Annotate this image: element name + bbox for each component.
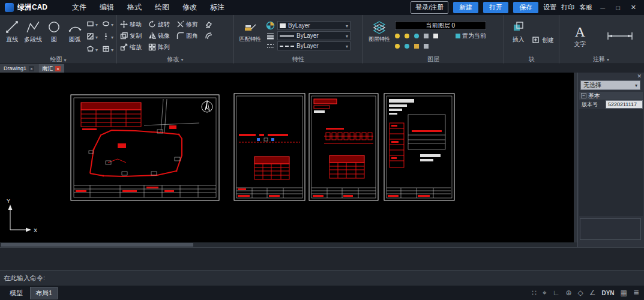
set-current-layer-button[interactable]: 置为当前 [456,32,486,40]
menu-annotate[interactable]: 标注 [203,2,231,13]
tool-rotate[interactable]: 旋转 [148,20,176,29]
scrollbar-thumb[interactable] [1,243,193,247]
status-osnap-icon[interactable]: ◇ [577,289,583,297]
open-file-button[interactable]: 打开 [483,2,508,13]
tool-mirror[interactable]: 镜像 [148,32,176,40]
status-grid-icon[interactable]: ∷ [532,289,537,297]
status-lwt-icon[interactable]: ▦ [621,289,627,297]
panel-annotate-label[interactable]: 注释 [559,55,643,64]
ribbon: 直线 多段线 圆 圆弧 绘图 [0,15,644,64]
menu-draw[interactable]: 绘图 [148,2,176,13]
command-input[interactable]: 在此输入命令: [0,270,644,286]
tab-close-icon[interactable] [29,66,34,71]
tool-arc[interactable]: 圆弧 [65,18,84,54]
tool-polyline[interactable]: 多段线 [24,18,43,54]
layer-lock-icon[interactable] [424,34,429,38]
lineweight-dropdown[interactable]: ByLayer [277,31,351,40]
panel-properties-label[interactable]: 特性 [234,55,363,64]
tool-point[interactable] [102,31,113,41]
current-layer-display[interactable]: 当前图层 0 [395,21,486,30]
maximize-button[interactable]: □ [613,4,623,11]
layout1-tab[interactable]: 布局1 [30,287,58,299]
collapse-icon[interactable] [581,93,586,98]
tool-trim[interactable]: 修剪 [176,20,205,29]
tool-move[interactable]: 移动 [120,20,148,29]
layer-isolate-icon[interactable] [424,44,429,49]
chevron-down-icon[interactable] [111,18,113,29]
color-dropdown[interactable]: ByLayer [277,21,351,30]
chevron-down-icon[interactable] [95,43,98,54]
panel-draw-label[interactable]: 绘图 [0,55,116,64]
status-otrack-icon[interactable]: ∠ [589,289,596,297]
tool-scale[interactable]: 缩放 [120,43,148,52]
drawing-tab-2[interactable]: 南汇 [38,64,64,73]
tool-hatch[interactable] [86,31,98,41]
dimension-icon[interactable] [607,31,633,41]
tool-insert-block[interactable]: 插入 [507,18,529,53]
close-button[interactable]: ✕ [628,4,639,11]
palette-close-icon[interactable] [637,73,642,79]
tool-array[interactable]: 阵列 [148,43,176,52]
tool-erase[interactable] [205,20,214,28]
section-basic[interactable]: 基本 [579,92,643,100]
tool-text[interactable]: A 文字 [569,23,591,49]
layer-thaw-icon[interactable] [405,44,409,49]
layer-bulb2-icon[interactable] [395,44,400,49]
layers-icon [372,20,387,34]
drawing-tab-1[interactable]: Drawing1 [0,64,38,73]
layer-freeze-icon[interactable] [414,34,419,38]
panel-layers-label[interactable]: 图层 [363,55,504,64]
tool-fillet[interactable]: 圆角 [176,32,205,40]
tool-match-properties[interactable]: 匹配特性 [237,18,263,53]
support-button[interactable]: 客服 [579,3,592,12]
panel-block-label[interactable]: 块 [504,55,559,64]
linetype-icon [266,41,275,50]
menu-edit[interactable]: 编辑 [93,2,121,13]
horizontal-scrollbar[interactable] [0,242,577,247]
panel-modify-label[interactable]: 修改 [117,55,233,64]
tool-region[interactable] [86,43,98,54]
dyn-toggle[interactable]: DYN [601,290,614,296]
layer-on-bulb-icon[interactable] [395,34,400,38]
menu-file[interactable]: 文件 [65,2,93,13]
save-file-button[interactable]: 保存 [513,2,538,13]
chevron-down-icon[interactable] [95,18,98,29]
chevron-down-icon [346,32,348,39]
cad-drawing[interactable]: Y X [0,73,577,242]
copy-icon [120,32,128,40]
layer-sun-icon[interactable] [405,34,409,38]
menu-modify[interactable]: 修改 [176,2,203,13]
print-button[interactable]: 打印 [561,3,574,12]
chevron-down-icon[interactable] [111,43,113,54]
tool-layer-properties[interactable]: 图层特性 [366,18,393,53]
drawing-canvas[interactable]: Y X [0,73,577,242]
new-file-button[interactable]: 新建 [453,2,478,13]
tool-create-block[interactable]: 创建 [532,26,554,53]
command-history[interactable] [0,247,644,270]
tool-line[interactable]: 直线 [3,18,22,54]
tool-rectangle[interactable] [86,18,98,29]
tool-table[interactable] [102,43,113,54]
tool-copy[interactable]: 复制 [120,32,148,40]
minimize-button[interactable]: ─ [597,4,608,11]
chevron-down-icon[interactable] [95,31,98,41]
app-title: 绿洲CAD [17,2,47,13]
tool-ellipse[interactable] [102,18,113,29]
linetype-dropdown[interactable]: ByLayer [277,41,351,50]
chevron-down-icon[interactable] [111,31,113,41]
menu-format[interactable]: 格式 [121,2,148,13]
layer-color-icon[interactable] [433,34,438,38]
tab-close-icon[interactable] [55,66,61,71]
status-menu-icon[interactable]: ≣ [633,289,639,297]
layer-unlock-icon[interactable] [414,44,419,49]
selection-dropdown[interactable]: 无选择 [580,80,640,90]
tool-offset[interactable] [205,32,214,40]
status-polar-icon[interactable]: ⊕ [565,289,571,297]
settings-button[interactable]: 设置 [543,3,556,12]
login-register-button[interactable]: 登录/注册 [411,1,448,14]
status-ortho-icon[interactable]: ∟ [553,289,560,297]
model-tab[interactable]: 模型 [5,287,28,299]
tool-circle[interactable]: 圆 [44,18,63,54]
status-snap-icon[interactable]: ⌖ [543,289,547,297]
property-value[interactable]: 5220211117 [606,100,643,109]
